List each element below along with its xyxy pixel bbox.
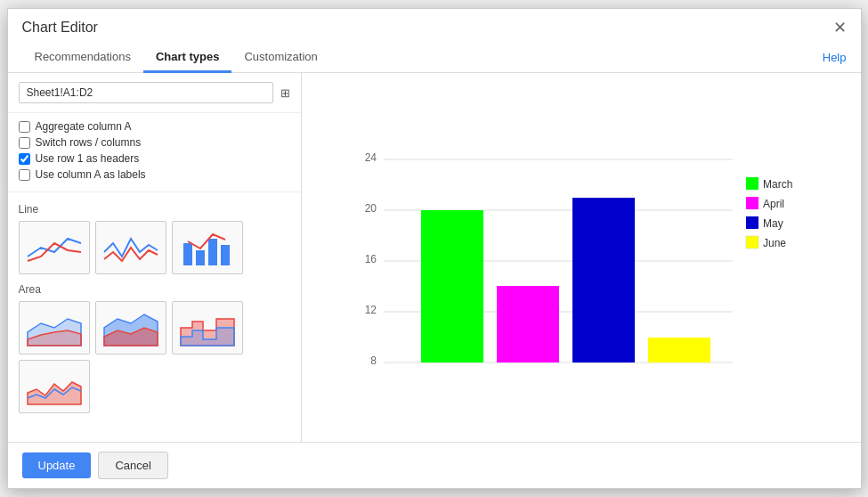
left-panel: ⊞ Aggregate column A Switch rows / colum… <box>8 73 302 442</box>
line-jagged-icon <box>100 225 162 270</box>
chart-thumb-area-stepped[interactable] <box>172 301 243 354</box>
line-bar-combo-icon <box>176 225 239 270</box>
line-thumbs <box>19 221 290 274</box>
tab-chart-types[interactable]: Chart types <box>143 43 232 73</box>
dialog-footer: Update Cancel <box>8 442 861 488</box>
options-section: Aggregate column A Switch rows / columns… <box>8 113 301 192</box>
svg-rect-0 <box>183 243 192 265</box>
legend-june-swatch <box>746 236 758 248</box>
help-link[interactable]: Help <box>823 51 847 64</box>
chart-list: Line <box>8 192 301 442</box>
checkbox-switch-rows[interactable]: Switch rows / columns <box>19 136 290 149</box>
chart-thumb-area-small[interactable] <box>19 360 90 413</box>
svg-text:8: 8 <box>370 354 377 367</box>
data-range-row: ⊞ <box>8 73 301 113</box>
grid-icon[interactable]: ⊞ <box>280 86 290 100</box>
chart-thumb-area-smooth[interactable] <box>19 301 90 354</box>
legend-march-label: March <box>763 178 792 191</box>
bar-may <box>572 198 635 363</box>
checkbox-aggregate-input[interactable] <box>19 121 30 133</box>
legend-may-label: May <box>763 217 783 230</box>
checkbox-use-row1[interactable]: Use row 1 as headers <box>19 152 290 165</box>
right-panel: 8 12 16 20 24 <box>302 73 861 442</box>
checkbox-use-row1-input[interactable] <box>19 153 30 165</box>
bar-march <box>421 210 483 363</box>
checkbox-switch-rows-label: Switch rows / columns <box>36 136 142 149</box>
checkbox-use-col-a-label: Use column A as labels <box>36 168 146 181</box>
area-small-icon <box>23 364 85 409</box>
legend-april-label: April <box>763 198 784 210</box>
area-smooth-icon <box>23 306 85 350</box>
chart-thumb-line-bar-combo[interactable] <box>172 221 243 274</box>
chart-preview: 8 12 16 20 24 <box>316 87 847 428</box>
chart-editor-dialog: Chart Editor ✕ Recommendations Chart typ… <box>7 8 862 489</box>
line-smooth-icon <box>23 225 85 270</box>
svg-text:16: 16 <box>364 253 377 265</box>
bar-june <box>648 338 710 363</box>
svg-text:24: 24 <box>364 151 377 164</box>
tab-recommendations[interactable]: Recommendations <box>22 43 143 73</box>
cancel-button[interactable]: Cancel <box>98 452 167 479</box>
svg-rect-1 <box>196 250 205 265</box>
tab-customization[interactable]: Customization <box>231 43 329 73</box>
update-button[interactable]: Update <box>22 452 92 478</box>
bar-april <box>497 286 559 363</box>
dialog-body: ⊞ Aggregate column A Switch rows / colum… <box>8 73 861 442</box>
legend-june-label: June <box>763 237 786 249</box>
legend-april-swatch <box>746 197 758 209</box>
checkbox-use-row1-label: Use row 1 as headers <box>36 152 140 165</box>
section-label-area: Area <box>19 283 290 296</box>
dialog-header: Chart Editor ✕ <box>8 9 861 36</box>
tabs-bar: Recommendations Chart types Customizatio… <box>8 43 861 73</box>
close-button[interactable]: ✕ <box>833 20 847 36</box>
area-filled-icon <box>100 306 162 350</box>
area-thumbs <box>19 301 290 413</box>
svg-rect-2 <box>208 239 217 265</box>
data-range-input[interactable] <box>19 82 273 103</box>
legend-march-swatch <box>746 177 758 190</box>
chart-thumb-line-jagged[interactable] <box>95 221 166 274</box>
chart-thumb-area-filled[interactable] <box>95 301 166 354</box>
checkbox-use-col-a-input[interactable] <box>19 169 30 181</box>
checkbox-switch-rows-input[interactable] <box>19 137 30 149</box>
legend-may-swatch <box>746 216 758 229</box>
svg-text:12: 12 <box>364 304 377 316</box>
bar-chart-svg: 8 12 16 20 24 <box>350 88 813 427</box>
chart-thumb-line-smooth[interactable] <box>19 221 90 274</box>
checkbox-use-col-a[interactable]: Use column A as labels <box>19 168 290 181</box>
checkbox-aggregate-label: Aggregate column A <box>36 120 132 133</box>
svg-rect-3 <box>221 245 230 265</box>
area-stepped-icon <box>176 306 239 350</box>
checkbox-aggregate[interactable]: Aggregate column A <box>19 120 290 133</box>
dialog-title: Chart Editor <box>22 20 98 36</box>
svg-text:20: 20 <box>364 202 377 215</box>
svg-marker-10 <box>28 382 81 404</box>
section-label-line: Line <box>19 203 290 216</box>
